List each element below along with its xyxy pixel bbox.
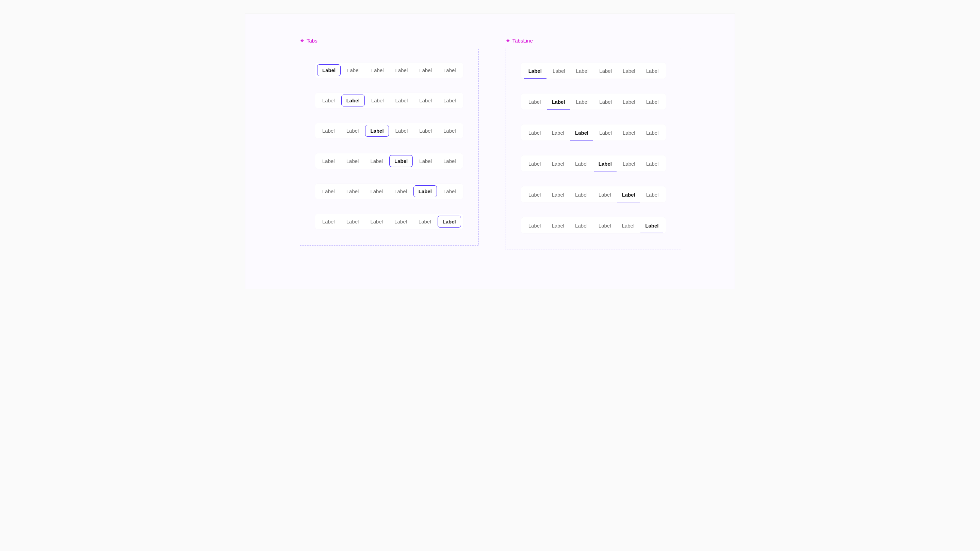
tabline-item[interactable]: Label (618, 65, 640, 79)
tabsline-row: LabelLabelLabelLabelLabelLabel (521, 63, 666, 79)
tabsline-component-label: ❖ TabsLine (506, 38, 533, 43)
tabs-row: LabelLabelLabelLabelLabelLabel (315, 93, 463, 108)
tab-item[interactable]: Label (365, 185, 388, 197)
component-icon: ❖ (300, 38, 305, 43)
tabline-item[interactable]: Label (524, 127, 546, 140)
tab-item[interactable]: Label (389, 185, 412, 197)
tabs-title: Tabs (307, 38, 318, 43)
tab-item[interactable]: Label (438, 185, 461, 197)
tabs-row: LabelLabelLabelLabelLabelLabel (315, 123, 463, 138)
tabs-row: LabelLabelLabelLabelLabelLabel (315, 153, 463, 169)
tabline-item[interactable]: Label (570, 127, 593, 140)
tabline-item[interactable]: Label (640, 219, 663, 233)
tab-item[interactable]: Label (317, 155, 340, 167)
tabsline-title: TabsLine (512, 38, 533, 43)
tab-item[interactable]: Label (341, 185, 364, 197)
tabs-row: LabelLabelLabelLabelLabelLabel (315, 63, 463, 78)
tabline-item[interactable]: Label (524, 65, 546, 79)
tabline-item[interactable]: Label (548, 65, 570, 79)
tab-item[interactable]: Label (438, 155, 461, 167)
tabline-item[interactable]: Label (641, 127, 663, 140)
design-canvas: ❖ Tabs LabelLabelLabelLabelLabelLabelLab… (245, 14, 735, 289)
tabline-item[interactable]: Label (618, 157, 640, 171)
tabline-item[interactable]: Label (524, 219, 546, 233)
tab-item[interactable]: Label (365, 125, 388, 137)
tabline-item[interactable]: Label (641, 189, 663, 202)
tab-item[interactable]: Label (390, 95, 413, 106)
tab-item[interactable]: Label (365, 216, 388, 227)
tab-item[interactable]: Label (365, 155, 388, 167)
tabline-item[interactable]: Label (618, 127, 640, 140)
tabline-item[interactable]: Label (594, 189, 616, 202)
tab-item[interactable]: Label (414, 155, 437, 167)
tabline-item[interactable]: Label (595, 65, 617, 79)
tabline-item[interactable]: Label (570, 219, 592, 233)
tabline-item[interactable]: Label (524, 95, 546, 110)
tab-item[interactable]: Label (438, 216, 461, 227)
tabline-item[interactable]: Label (571, 65, 593, 79)
tabline-item[interactable]: Label (594, 219, 616, 233)
tabline-item[interactable]: Label (618, 95, 640, 110)
tabsline-row: LabelLabelLabelLabelLabelLabel (521, 124, 666, 140)
tab-item[interactable]: Label (414, 125, 437, 137)
tab-item[interactable]: Label (414, 95, 437, 106)
tab-item[interactable]: Label (317, 125, 340, 137)
tabline-item[interactable]: Label (595, 95, 617, 110)
tabsline-component-group: ❖ TabsLine LabelLabelLabelLabelLabelLabe… (506, 48, 682, 250)
tabs-component-label: ❖ Tabs (300, 38, 318, 43)
columns-container: ❖ Tabs LabelLabelLabelLabelLabelLabelLab… (245, 14, 735, 270)
tab-item[interactable]: Label (389, 216, 412, 227)
tab-item[interactable]: Label (317, 95, 340, 106)
component-icon: ❖ (506, 38, 511, 43)
tab-item[interactable]: Label (389, 155, 413, 167)
tabline-item[interactable]: Label (595, 127, 617, 140)
tab-item[interactable]: Label (390, 125, 413, 137)
tab-item[interactable]: Label (317, 64, 340, 76)
tab-item[interactable]: Label (341, 216, 364, 227)
tabline-item[interactable]: Label (641, 65, 663, 79)
tabline-item[interactable]: Label (524, 189, 546, 202)
tab-item[interactable]: Label (366, 64, 389, 76)
tab-item[interactable]: Label (438, 64, 461, 76)
tabline-item[interactable]: Label (547, 189, 569, 202)
tab-item[interactable]: Label (414, 64, 437, 76)
tabs-row: LabelLabelLabelLabelLabelLabel (315, 184, 463, 199)
tab-item[interactable]: Label (341, 125, 364, 137)
tabsline-row: LabelLabelLabelLabelLabelLabel (521, 186, 666, 202)
tabsline-row: LabelLabelLabelLabelLabelLabel (521, 218, 666, 233)
tabline-item[interactable]: Label (570, 157, 592, 171)
tabline-item[interactable]: Label (570, 189, 592, 202)
tabsline-row: LabelLabelLabelLabelLabelLabel (521, 94, 666, 110)
tab-item[interactable]: Label (438, 125, 461, 137)
tabline-item[interactable]: Label (547, 157, 569, 171)
tab-item[interactable]: Label (414, 185, 437, 197)
tabline-item[interactable]: Label (547, 95, 570, 110)
tab-item[interactable]: Label (414, 216, 436, 227)
tabs-row: LabelLabelLabelLabelLabelLabel (315, 214, 463, 229)
tabline-item[interactable]: Label (641, 95, 663, 110)
tab-item[interactable]: Label (366, 95, 389, 106)
tabline-item[interactable]: Label (617, 189, 640, 202)
tabline-item[interactable]: Label (547, 219, 569, 233)
tab-item[interactable]: Label (390, 64, 413, 76)
tabsline-row: LabelLabelLabelLabelLabelLabel (521, 156, 666, 171)
tab-item[interactable]: Label (438, 95, 461, 106)
tabline-item[interactable]: Label (641, 157, 663, 171)
tab-item[interactable]: Label (317, 216, 340, 227)
tab-item[interactable]: Label (342, 64, 365, 76)
tabline-item[interactable]: Label (524, 157, 546, 171)
tabs-variants-frame: LabelLabelLabelLabelLabelLabelLabelLabel… (300, 48, 479, 246)
tab-item[interactable]: Label (341, 95, 365, 106)
tabsline-variants-frame: LabelLabelLabelLabelLabelLabelLabelLabel… (506, 48, 682, 250)
tabline-item[interactable]: Label (571, 95, 593, 110)
tabline-item[interactable]: Label (617, 219, 640, 233)
tabline-item[interactable]: Label (594, 157, 617, 171)
tabline-item[interactable]: Label (547, 127, 569, 140)
tab-item[interactable]: Label (341, 155, 364, 167)
tab-item[interactable]: Label (317, 185, 340, 197)
tabs-component-group: ❖ Tabs LabelLabelLabelLabelLabelLabelLab… (300, 48, 479, 250)
